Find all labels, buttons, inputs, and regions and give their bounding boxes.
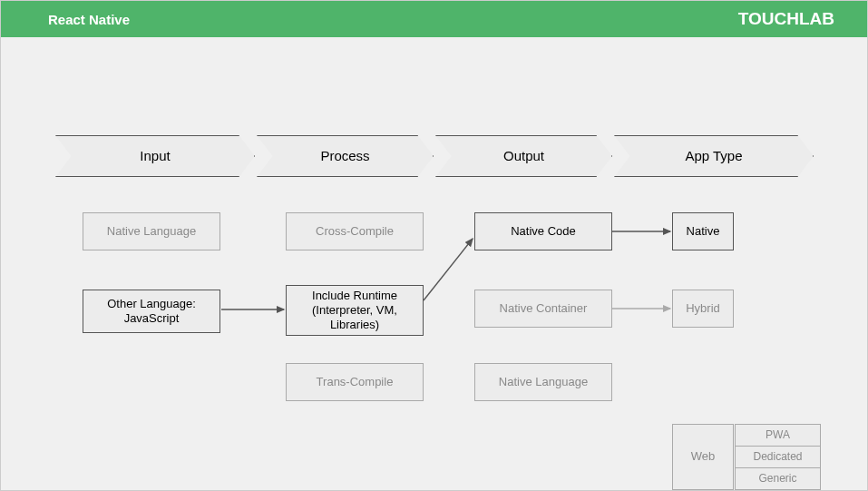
brand-logo: TOUCHLAB: [738, 9, 834, 29]
diagram-canvas: Input Process Output App Type Native Lan…: [1, 37, 868, 491]
node-native: Native: [672, 212, 734, 250]
node-trans-compile: Trans-Compile: [286, 363, 424, 401]
node-pwa: PWA: [735, 424, 821, 447]
node-dedicated: Dedicated: [735, 446, 821, 468]
node-include-runtime: Include Runtime (Interpreter, VM, Librar…: [286, 285, 424, 336]
edge-runtime-nativecode: [424, 239, 473, 300]
node-native-code: Native Code: [474, 212, 612, 250]
stage-output: Output: [435, 135, 612, 177]
node-native-language-2: Native Language: [474, 363, 612, 401]
node-hybrid: Hybrid: [672, 290, 734, 328]
arrows-layer: [1, 37, 868, 491]
node-other-language: Other Language: JavaScript: [83, 290, 220, 333]
node-native-language: Native Language: [83, 212, 220, 250]
stage-process: Process: [257, 135, 434, 177]
stage-input: Input: [55, 135, 255, 177]
node-generic: Generic: [735, 467, 821, 490]
slide-header: React Native TOUCHLAB: [1, 1, 867, 37]
stage-apptype: App Type: [614, 135, 814, 177]
node-native-container: Native Container: [474, 290, 612, 328]
node-cross-compile: Cross-Compile: [286, 212, 424, 250]
node-web: Web: [672, 424, 734, 490]
slide-title: React Native: [48, 12, 130, 27]
